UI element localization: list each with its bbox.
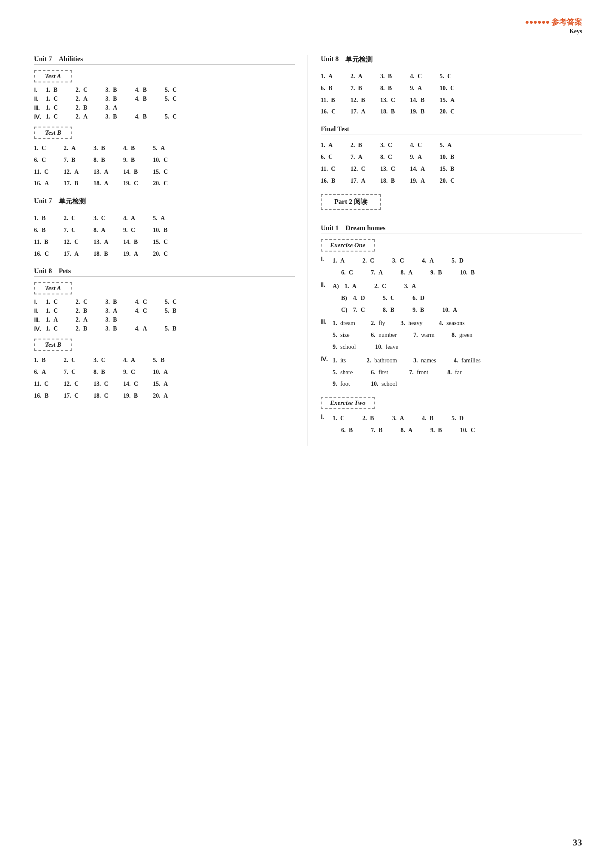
test-a-box: Test A (34, 70, 72, 82)
final-test-title: Final Test (321, 125, 582, 135)
unit8-pets-section: Unit 8 Pets Test A Ⅰ. 1. C 2. C (34, 267, 295, 401)
unit8-jiance-section: Unit 8 单元检测 1. A 2. A 3. B 4. C 5. C 6. … (321, 55, 582, 117)
roman-row-III: Ⅲ. 1. C 2. B 3. A (34, 105, 295, 112)
test-b-box: Test B (34, 127, 72, 139)
testb-row3: 11. C 12. A 13. A 14. B 15. C (34, 167, 295, 177)
unit7-abilities-title: Unit 7 Abilities (34, 55, 295, 65)
page: ●●●●●● 参考答案 Keys Unit 7 Abilities Test A (0, 0, 616, 865)
roman-row-IV: Ⅳ. 1. C 2. A 3. B 4. B 5. C (34, 113, 295, 121)
unit8-test-a: Test A Ⅰ. 1. C 2. C 3. B 4. C 5. C (34, 282, 295, 333)
unit8-test-b: Test B 1. B 2. C 3. C 4. A 5. B 6. A (34, 339, 295, 401)
unit7-abilities-section: Unit 7 Abilities Test A Ⅰ. 1. B (34, 55, 295, 189)
unit8-pets-title: Unit 8 Pets (34, 267, 295, 277)
header-subtitle: Keys (525, 28, 582, 35)
exercise-two-section: Exercise Two Ⅰ. 1. C 2. B 3. A 4. B (321, 397, 582, 437)
testb-row4: 16. A 17. B 18. A 19. C 20. C (34, 178, 295, 189)
unit1-dreamhomes-section: Unit 1 Dream homes Exercise One Ⅰ. (321, 224, 582, 437)
part2-box: Part 2 阅读 (321, 194, 381, 210)
testb-row1: 1. C 2. A 3. B 4. B 5. A (34, 143, 295, 153)
unit7-test-a: Test A Ⅰ. 1. B 2. C 3. B 4. B 5. C (34, 70, 295, 121)
testb-row2: 6. C 7. B 8. B 9. B 10. C (34, 155, 295, 165)
unit7-testa-answers: Ⅰ. 1. B 2. C 3. B 4. B 5. C Ⅱ. (34, 87, 295, 121)
header-dots: ●●●●●● 参考答案 (525, 17, 582, 27)
page-number: 33 (573, 837, 582, 848)
header-title-cn: 参考答案 (551, 17, 582, 27)
exercise-two-box: Exercise Two (321, 397, 375, 409)
exercise-one-box: Exercise One (321, 239, 375, 252)
unit8-test-b-box: Test B (34, 339, 72, 351)
unit8-jiance-title: Unit 8 单元检测 (321, 55, 582, 66)
left-column: Unit 7 Abilities Test A Ⅰ. 1. B (34, 55, 308, 446)
unit8-test-a-box: Test A (34, 282, 72, 294)
right-column: Unit 8 单元检测 1. A 2. A 3. B 4. C 5. C 6. … (308, 55, 582, 446)
part2-section: Part 2 阅读 (321, 194, 582, 216)
unit1-title: Unit 1 Dream homes (321, 224, 582, 234)
roman-row-I: Ⅰ. 1. B 2. C 3. B 4. B 5. C (34, 87, 295, 94)
roman-row-II: Ⅱ. 1. C 2. A 3. B 4. B 5. C (34, 96, 295, 103)
unit7-jiance-section: Unit 7 单元检测 1. B 2. C 3. C 4. A 5. A 6. … (34, 197, 295, 259)
final-test-section: Final Test 1. A 2. B 3. C 4. C 5. A 6. C… (321, 125, 582, 186)
unit7-test-b: Test B 1. C 2. A 3. B 4. B 5. A 6. C (34, 127, 295, 189)
header: ●●●●●● 参考答案 Keys (525, 17, 582, 35)
part2-box-wrapper: Part 2 阅读 (321, 194, 582, 216)
exercise-one-section: Exercise One Ⅰ. 1. A 2. C 3. C (321, 239, 582, 391)
unit7-jiance-title: Unit 7 单元检测 (34, 197, 295, 208)
